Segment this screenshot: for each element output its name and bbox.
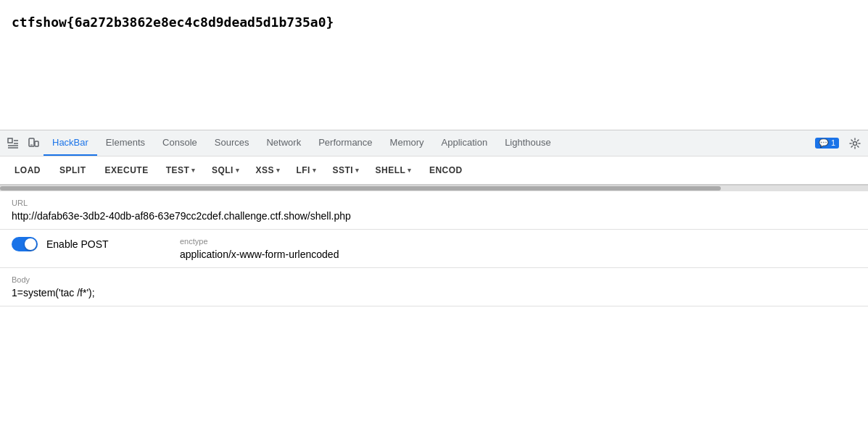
devtools-inspect-icon[interactable] (3, 133, 23, 154)
tab-sources[interactable]: Sources (206, 130, 258, 156)
body-value[interactable]: 1=system('tac /f*'); (12, 287, 856, 299)
post-enctype-row: Enable POST enctype application/x-www-fo… (0, 230, 868, 268)
enable-post-left: Enable POST (12, 237, 157, 251)
url-field: URL http://dafab63e-3db2-40db-af86-63e79… (0, 191, 868, 230)
svg-point-8 (853, 141, 857, 145)
hackbar-load-button[interactable]: LOAD (6, 162, 49, 178)
hackbar-test-button[interactable]: TEST ▾ (159, 162, 203, 178)
hackbar-split-button[interactable]: SPLIT (51, 162, 95, 178)
tab-hackbar[interactable]: HackBar (44, 130, 97, 156)
test-chevron-icon: ▾ (191, 167, 196, 174)
hackbar-sqli-button[interactable]: SQLI ▾ (204, 162, 247, 178)
hackbar-ssti-button[interactable]: SSTI ▾ (325, 162, 366, 178)
devtools-tabs: HackBar Elements Console Sources Network… (44, 130, 560, 156)
enable-post-label: Enable POST (46, 238, 109, 250)
url-label: URL (12, 199, 856, 207)
hackbar-content: URL http://dafab63e-3db2-40db-af86-63e79… (0, 191, 868, 434)
hackbar-shell-button[interactable]: SHELL ▾ (368, 162, 419, 178)
enctype-value[interactable]: application/x-www-form-urlencoded (180, 249, 856, 260)
tab-application[interactable]: Application (433, 130, 497, 156)
hackbar-toolbar: LOAD SPLIT EXECUTE TEST ▾ SQLI ▾ XSS ▾ L… (0, 157, 868, 185)
tab-performance[interactable]: Performance (310, 130, 381, 156)
svg-rect-0 (8, 138, 12, 143)
tab-lighthouse[interactable]: Lighthouse (496, 130, 560, 156)
tab-memory[interactable]: Memory (381, 130, 433, 156)
tab-elements[interactable]: Elements (97, 130, 154, 156)
sqli-chevron-icon: ▾ (236, 167, 240, 174)
lfi-chevron-icon: ▾ (313, 167, 317, 174)
url-value[interactable]: http://dafab63e-3db2-40db-af86-63e79cc2c… (12, 210, 856, 222)
tab-network[interactable]: Network (257, 130, 310, 156)
svg-rect-6 (35, 141, 38, 146)
hackbar-lfi-button[interactable]: LFI ▾ (289, 162, 323, 178)
hackbar-execute-button[interactable]: EXECUTE (96, 162, 157, 178)
xss-chevron-icon: ▾ (276, 167, 281, 174)
notification-badge: 💬 1 (815, 138, 839, 149)
body-label: Body (12, 275, 856, 284)
enctype-right: enctype application/x-www-form-urlencode… (180, 237, 856, 260)
toolbar-scrollbar-thumb (0, 186, 721, 191)
shell-chevron-icon: ▾ (408, 167, 412, 174)
toggle-thumb (25, 238, 36, 250)
enable-post-toggle[interactable] (12, 237, 38, 251)
hackbar-encod-button[interactable]: ENCOD (421, 162, 471, 178)
devtools-tabbar: HackBar Elements Console Sources Network… (0, 130, 868, 157)
devtools-device-icon[interactable] (23, 133, 44, 154)
page-content: ctfshow{6a272b3862e8ec4c8d9dead5d1b735a0… (0, 0, 868, 130)
ssti-chevron-icon: ▾ (355, 167, 360, 174)
notification-area: 💬 1 (815, 138, 839, 149)
hackbar-xss-button[interactable]: XSS ▾ (248, 162, 287, 178)
tab-console[interactable]: Console (154, 130, 206, 156)
devtools-panel: HackBar Elements Console Sources Network… (0, 130, 868, 434)
body-field: Body 1=system('tac /f*'); (0, 268, 868, 306)
devtools-settings-icon[interactable] (845, 133, 865, 154)
ctf-flag-text: ctfshow{6a272b3862e8ec4c8d9dead5d1b735a0… (12, 14, 334, 30)
toolbar-scrollbar[interactable] (0, 185, 868, 191)
enctype-label: enctype (180, 237, 856, 246)
